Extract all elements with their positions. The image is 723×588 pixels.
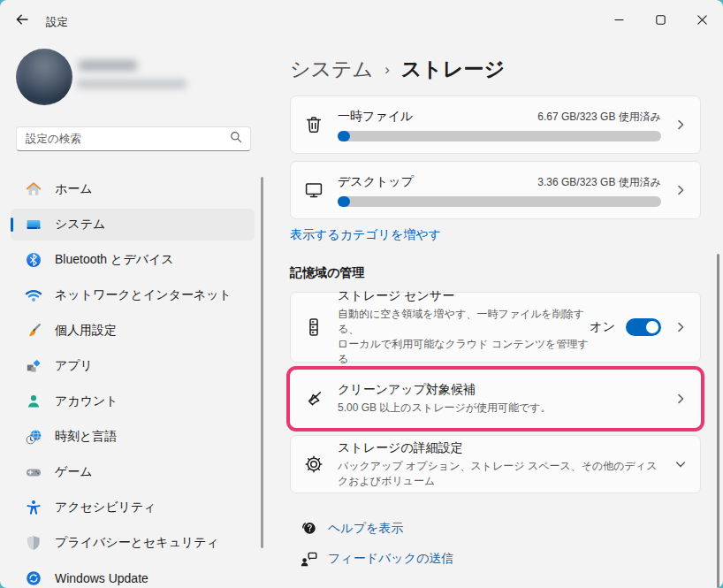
home-icon (25, 180, 42, 198)
broom-icon (303, 388, 324, 409)
shield-icon (25, 534, 42, 552)
back-button[interactable] (5, 6, 39, 36)
sidebar-item-accounts[interactable]: アカウント (11, 386, 255, 417)
system-icon (25, 216, 42, 233)
breadcrumb-separator-icon: › (384, 61, 390, 79)
sidebar-item-label: プライバシーとセキュリティ (55, 535, 219, 551)
sidebar-item-label: ネットワークとインターネット (55, 287, 232, 303)
send-feedback-link[interactable]: フィードバックの送信 (299, 550, 701, 568)
search-input[interactable] (26, 133, 230, 145)
show-more-categories-row: 表示するカテゴリを増やす (290, 227, 701, 243)
sidebar-item-label: Bluetooth とデバイス (55, 252, 174, 268)
progress-fill (338, 131, 350, 141)
sidebar-item-label: 個人用設定 (55, 323, 117, 339)
breadcrumb-parent[interactable]: システム (290, 56, 373, 83)
apps-icon (25, 357, 42, 375)
gear-icon (303, 454, 324, 475)
sidebar-item-apps[interactable]: アプリ (11, 350, 255, 382)
sidebar-item-label: Windows Update (55, 571, 148, 585)
chevron-right-icon (661, 321, 700, 333)
cleanup-recommendations-card[interactable]: クリーンアップ対象候補 5.00 GB 以上のストレージが使用可能です。 (290, 370, 701, 428)
sidebar-item-bluetooth[interactable]: Bluetooth とデバイス (11, 244, 255, 276)
toggle-state-label: オン (590, 319, 615, 335)
chevron-right-icon (661, 393, 700, 405)
close-icon (697, 12, 707, 28)
chevron-right-icon (661, 184, 700, 196)
user-profile[interactable] (0, 42, 265, 117)
storage-sense-title: ストレージ センサー (338, 288, 590, 304)
category-title: デスクトップ (338, 174, 414, 190)
sidebar-item-label: 時刻と言語 (55, 429, 117, 445)
sidebar-item-label: ホーム (55, 181, 93, 197)
sidebar-item-privacy[interactable]: プライバシーとセキュリティ (11, 527, 255, 559)
sidebar-item-system[interactable]: システム (11, 209, 255, 241)
titlebar: 設定 (0, 0, 723, 42)
user-avatar-image (16, 49, 72, 105)
sidebar-item-home[interactable]: ホーム (11, 173, 255, 205)
trash-icon (303, 114, 324, 135)
paintbrush-icon (25, 322, 42, 340)
storage-sense-content: ストレージ センサー 自動的に空き領域を増やす、一時ファイルを削除する、 ローカ… (338, 288, 590, 367)
feedback-person-icon (299, 549, 318, 569)
sidebar-item-personalization[interactable]: 個人用設定 (11, 315, 255, 347)
cleanup-content: クリーンアップ対象候補 5.00 GB 以上のストレージが使用可能です。 (338, 382, 661, 416)
category-title: 一時ファイル (338, 109, 413, 125)
page-title: ストレージ (401, 56, 505, 83)
sidebar-item-time-language[interactable]: 時刻と言語 (11, 421, 255, 453)
sidebar-item-accessibility[interactable]: アクセシビリティ (11, 492, 255, 523)
maximize-icon (656, 12, 666, 28)
user-avatar (16, 49, 72, 105)
settings-search-box[interactable] (16, 126, 251, 151)
get-help-label[interactable]: ヘルプを表示 (328, 521, 403, 537)
category-usage: 6.67 GB/323 GB 使用済み (537, 110, 661, 125)
maximize-button[interactable] (640, 0, 681, 41)
sidebar-item-label: アプリ (55, 358, 93, 374)
sidebar-item-network[interactable]: ネットワークとインターネット (11, 279, 255, 311)
monitor-icon (303, 179, 324, 201)
sidebar-item-label: アカウント (55, 393, 118, 409)
sidebar-scrollbar[interactable] (261, 177, 263, 548)
storage-sense-description: 自動的に空き領域を増やす、一時ファイルを削除する、 ローカルで利用可能なクラウド… (338, 307, 590, 367)
sidebar-item-windows-update[interactable]: Windows Update (11, 562, 255, 588)
sidebar-nav: ホーム システム Bluetooth とデバイス ネットワークとインターネット (11, 173, 255, 588)
clock-globe-icon (25, 428, 42, 446)
back-arrow-icon (15, 12, 29, 30)
minimize-button[interactable] (598, 0, 640, 41)
close-button[interactable] (681, 0, 723, 41)
game-controller-icon (25, 463, 42, 481)
storage-sense-card[interactable]: ストレージ センサー 自動的に空き領域を増やす、一時ファイルを削除する、 ローカ… (290, 292, 701, 363)
window-controls (598, 0, 723, 41)
category-content: 一時ファイル 6.67 GB/323 GB 使用済み (338, 109, 661, 141)
get-help-link[interactable]: ヘルプを表示 (299, 520, 701, 538)
cleanup-title: クリーンアップ対象候補 (338, 382, 661, 398)
settings-window: 設定 (0, 0, 723, 588)
user-name-redacted (79, 60, 137, 71)
progress-fill (338, 196, 350, 207)
sidebar-item-gaming[interactable]: ゲーム (11, 456, 255, 488)
advanced-storage-content: ストレージの詳細設定 バックアップ オプション、ストレージ スペース、その他のデ… (338, 440, 661, 489)
wifi-icon (25, 286, 42, 304)
bluetooth-icon (25, 251, 42, 269)
sidebar-item-label: アクセシビリティ (55, 500, 156, 515)
send-feedback-label[interactable]: フィードバックの送信 (328, 551, 453, 567)
breadcrumb: システム › ストレージ (290, 55, 701, 83)
main-content: システム › ストレージ 一時ファイル 6.67 GB/323 GB 使用済み (274, 42, 723, 588)
sidebar-item-label: システム (55, 217, 105, 233)
chevron-right-icon (661, 118, 700, 131)
category-card-desktop[interactable]: デスクトップ 3.36 GB/323 GB 使用済み (290, 161, 701, 219)
category-card-temp-files[interactable]: 一時ファイル 6.67 GB/323 GB 使用済み (290, 95, 701, 154)
windows-update-icon (25, 569, 42, 587)
main-scrollbar[interactable] (717, 254, 719, 588)
show-more-categories-link[interactable]: 表示するカテゴリを増やす (290, 227, 441, 243)
advanced-storage-card[interactable]: ストレージの詳細設定 バックアップ オプション、ストレージ スペース、その他のデ… (290, 435, 701, 493)
advanced-storage-description: バックアップ オプション、ストレージ スペース、その他のディスクおよびボリューム (338, 459, 661, 489)
app-title: 設定 (46, 15, 68, 30)
advanced-storage-title: ストレージの詳細設定 (338, 440, 661, 456)
sidebar: ホーム システム Bluetooth とデバイス ネットワークとインターネット (0, 42, 274, 588)
storage-sense-toggle[interactable] (626, 318, 661, 336)
search-icon (230, 131, 242, 147)
minimize-icon (614, 12, 624, 28)
storage-sense-icon (303, 317, 324, 338)
main-inner: システム › ストレージ 一時ファイル 6.67 GB/323 GB 使用済み (290, 55, 701, 568)
help-bubble-icon (299, 519, 318, 538)
